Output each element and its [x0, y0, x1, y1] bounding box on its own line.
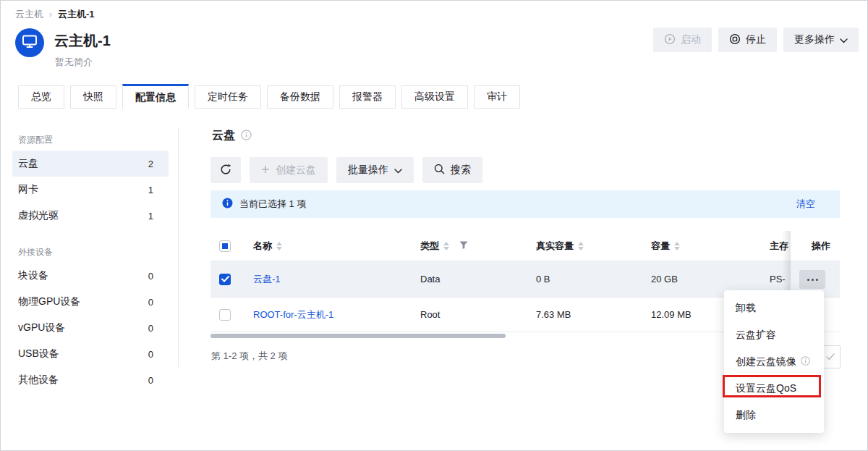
page-subtitle: 暂无简介	[55, 56, 93, 69]
check-icon	[826, 352, 835, 363]
sort-icon[interactable]	[674, 242, 680, 250]
disk-type: Root	[420, 309, 440, 320]
sidebar: 资源配置 云盘 2 网卡 1 虚拟光驱 1 外接设备 块设备 0 物理GPU设备…	[1, 124, 178, 393]
breadcrumb: 云主机 › 云主机-1	[15, 8, 95, 21]
sort-icon[interactable]	[276, 242, 282, 250]
tab-backup-data[interactable]: 备份数据	[267, 85, 333, 109]
row-checkbox[interactable]	[219, 274, 231, 285]
disk-capacity: 12.09 MB	[651, 309, 692, 320]
plus-icon	[261, 164, 270, 176]
sidebar-section-resource-config: 资源配置	[18, 134, 178, 146]
sidebar-item-vgpu[interactable]: vGPU设备 0	[12, 315, 169, 341]
column-header-type: 类型	[420, 240, 439, 253]
count-badge: 1	[148, 211, 153, 222]
sidebar-item-virtual-cdrom[interactable]: 虚拟光驱 1	[12, 203, 169, 229]
count-badge: 2	[148, 159, 153, 169]
count-badge: 0	[148, 375, 153, 386]
sidebar-item-other-devices[interactable]: 其他设备 0	[12, 367, 169, 393]
count-badge: 0	[148, 297, 153, 308]
search-icon	[434, 164, 445, 177]
tab-overview[interactable]: 总览	[18, 85, 64, 109]
count-badge: 0	[148, 349, 153, 360]
search-button[interactable]: 搜索	[422, 157, 482, 183]
selection-alert: 当前已选择 1 项 清空	[210, 190, 840, 218]
disk-real-capacity: 7.63 MB	[536, 309, 571, 320]
count-badge: 0	[148, 323, 153, 334]
info-circle-filled-icon	[222, 198, 233, 211]
column-header-real-capacity: 真实容量	[536, 240, 574, 253]
tab-advanced-settings[interactable]: 高级设置	[401, 85, 468, 109]
tab-audit[interactable]: 审计	[474, 85, 520, 109]
info-circle-icon	[241, 130, 252, 143]
disk-real-capacity: 0 B	[536, 274, 550, 284]
menu-item-create-disk-image[interactable]: 创建云盘镜像	[724, 348, 824, 375]
disk-capacity: 20 GB	[651, 274, 678, 284]
page-title: 云主机-1	[54, 31, 111, 51]
sidebar-item-usb[interactable]: USB设备 0	[12, 341, 169, 367]
selection-alert-text: 当前已选择 1 项	[239, 198, 306, 211]
stop-button[interactable]: 停止	[718, 28, 777, 52]
disk-name-link[interactable]: ROOT-for-云主机-1	[253, 308, 333, 321]
tab-config-info[interactable]: 配置信息	[122, 84, 189, 109]
count-badge: 1	[148, 185, 153, 195]
pagination-summary: 第 1-2 项，共 2 项	[211, 350, 287, 363]
disk-type: Data	[420, 274, 440, 284]
column-header-name: 名称	[253, 240, 272, 253]
breadcrumb-root[interactable]: 云主机	[15, 8, 43, 21]
sort-icon[interactable]	[578, 242, 584, 250]
menu-item-detach[interactable]: 卸载	[724, 295, 824, 321]
stop-circle-icon	[729, 33, 741, 47]
table-toolbar: 创建云盘 批量操作 搜索	[210, 157, 482, 183]
disk-name-link[interactable]: 云盘-1	[253, 273, 281, 286]
row-actions-menu: 卸载 云盘扩容 创建云盘镜像 设置云盘QoS 删除	[724, 290, 824, 433]
tab-snapshot[interactable]: 快照	[70, 85, 116, 109]
refresh-button[interactable]	[210, 157, 241, 183]
column-header-actions: 操作	[812, 240, 830, 253]
sidebar-item-physical-gpu[interactable]: 物理GPU设备 0	[12, 289, 169, 315]
vm-monitor-icon	[22, 35, 37, 51]
sidebar-item-nic[interactable]: 网卡 1	[12, 177, 169, 203]
table-header: 名称 类型 真实容量 容量 主存 操作	[210, 231, 840, 261]
play-circle-icon	[664, 33, 676, 47]
row-checkbox[interactable]	[219, 309, 231, 321]
create-disk-button[interactable]: 创建云盘	[250, 157, 328, 183]
vm-avatar	[15, 28, 44, 57]
page-size-select[interactable]	[822, 345, 841, 368]
menu-item-expand-disk[interactable]: 云盘扩容	[724, 321, 824, 348]
breadcrumb-current: 云主机-1	[58, 8, 95, 21]
ellipsis-icon	[807, 279, 809, 281]
filter-icon[interactable]	[459, 240, 468, 251]
sidebar-item-disk[interactable]: 云盘 2	[12, 151, 169, 177]
refresh-icon	[220, 164, 231, 177]
horizontal-scrollbar[interactable]	[210, 334, 506, 338]
start-button[interactable]: 启动	[653, 28, 712, 52]
sidebar-item-block-device[interactable]: 块设备 0	[12, 263, 169, 289]
chevron-down-icon	[394, 164, 402, 176]
batch-operations-button[interactable]: 批量操作	[336, 157, 414, 183]
section-title: 云盘	[212, 128, 235, 143]
menu-item-delete[interactable]: 删除	[724, 402, 824, 429]
breadcrumb-separator-icon: ›	[49, 9, 52, 20]
tab-alarms[interactable]: 报警器	[339, 85, 396, 109]
row-actions-ellipsis-button[interactable]	[799, 270, 825, 289]
tab-scheduled-tasks[interactable]: 定时任务	[195, 85, 261, 109]
sort-icon[interactable]	[443, 242, 449, 250]
clear-selection-link[interactable]: 清空	[796, 198, 815, 211]
count-badge: 0	[148, 271, 153, 282]
select-all-checkbox[interactable]	[219, 240, 231, 252]
info-circle-icon	[801, 356, 810, 368]
header-actions: 启动 停止 更多操作	[653, 28, 859, 52]
sidebar-section-external-devices: 外接设备	[18, 246, 178, 258]
tab-bar: 总览 快照 配置信息 定时任务 备份数据 报警器 高级设置 审计	[18, 84, 520, 109]
menu-item-set-disk-qos[interactable]: 设置云盘QoS	[724, 375, 824, 402]
chevron-down-icon	[840, 34, 848, 46]
more-actions-button[interactable]: 更多操作	[783, 28, 859, 52]
column-header-capacity: 容量	[651, 240, 670, 253]
sidebar-divider	[178, 128, 179, 367]
